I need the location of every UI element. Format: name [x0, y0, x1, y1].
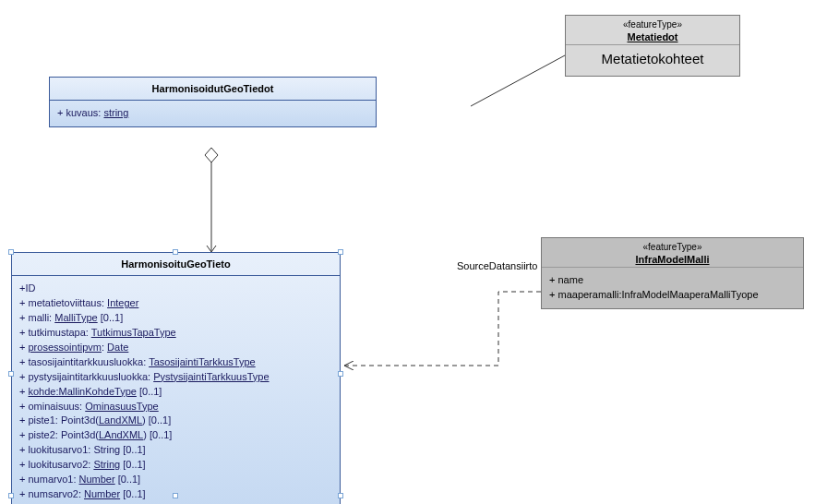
class-harmonisoidut-geo-tiedot: HarmonisoidutGeoTiedot + kuvaus: string [49, 77, 377, 127]
selection-handle-icon[interactable] [338, 371, 343, 377]
class-title: InfraModelMalli [542, 252, 803, 267]
attribute-row: + luokitusarvo2: String [0..1] [19, 458, 332, 473]
attribute-row: + malli: MalliType [0..1] [19, 311, 332, 326]
class-metatiedot: «featureType» Metatiedot Metatietokohtee… [565, 15, 740, 77]
selection-handle-icon[interactable] [338, 249, 343, 255]
attribute-row: + maaperamalli:InfraModelMaaperaMalliTyo… [549, 288, 796, 303]
attribute-row: + ominaisuus: OminasuusType [19, 400, 332, 414]
attr-prefix: + kuvaus: [57, 107, 103, 118]
class-harmonisoitu-geo-tieto[interactable]: HarmonisoituGeoTieto +ID + metatietoviit… [11, 252, 341, 504]
attribute-row: + pystysijaintitarkkuusluokka: Pystysija… [19, 370, 332, 385]
selection-handle-icon[interactable] [8, 249, 14, 255]
class-body: + name + maaperamalli:InfraModelMaaperaM… [542, 267, 803, 308]
attribute-row: + tutkimustapa: TutkimusTapaType [19, 326, 332, 341]
attr-type: string [103, 107, 128, 118]
attribute-row: + kohde:MallinKohdeType [0..1] [19, 385, 332, 400]
selection-handle-icon[interactable] [173, 249, 178, 255]
svg-line-2 [471, 55, 565, 106]
class-title: HarmonisoituGeoTieto [12, 253, 340, 276]
attribute-row: + name [549, 273, 796, 288]
attribute-row: + kuvaus: string [57, 106, 368, 121]
stereotype-label: «featureType» [542, 238, 803, 252]
class-title: HarmonisoidutGeoTiedot [50, 78, 376, 101]
stereotype-label: «featureType» [566, 16, 739, 30]
attribute-row: + piste2: Point3d(LAndXML) [0..1] [19, 428, 332, 443]
class-title: Metatiedot [566, 30, 739, 44]
attribute-row: + luokitusarvo1: String [0..1] [19, 443, 332, 458]
attribute-row: + tasosijaintitarkkuusluokka: Tasosijain… [19, 355, 332, 370]
attribute-row: +ID [19, 282, 332, 296]
attribute-row: + prosessointipvm: Date [19, 341, 332, 355]
attribute-row: + metatietoviittaus: Integer [19, 296, 332, 311]
selection-handle-icon[interactable] [8, 493, 14, 498]
attribute-row: + numarvo1: Number [0..1] [19, 473, 332, 487]
attribute-row: + piste1: Point3d(LandXML) [0..1] [19, 414, 332, 428]
class-subtitle: Metatietokohteet [566, 44, 739, 76]
class-body: + kuvaus: string [50, 101, 376, 126]
selection-handle-icon[interactable] [338, 493, 343, 498]
svg-marker-1 [205, 148, 218, 162]
class-infra-model-malli: «featureType» InfraModelMalli + name + m… [541, 237, 804, 309]
selection-handle-icon[interactable] [8, 371, 14, 377]
selection-handle-icon[interactable] [173, 493, 178, 498]
dependency-label: SourceDatansiirto [457, 260, 537, 271]
class-body: +ID + metatietoviittaus: Integer + malli… [12, 276, 340, 504]
